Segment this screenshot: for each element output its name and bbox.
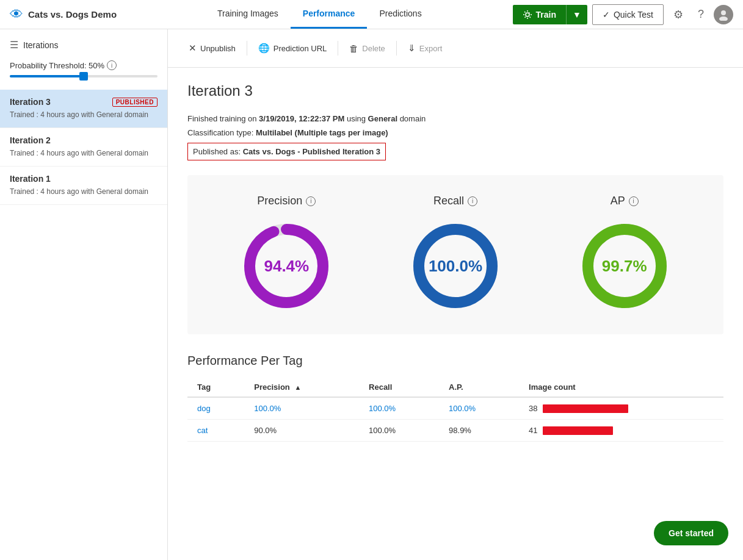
precision-value: 94.4% [264,257,309,276]
train-dropdown-arrow[interactable]: ▼ [566,5,587,24]
tag-dog: dog [187,397,244,420]
quick-test-button[interactable]: ✓ Quick Test [592,4,664,25]
count-cat-cell: 41 [529,426,714,435]
iteration-1-header: Iteration 1 [10,174,158,184]
probability-info-icon[interactable]: i [107,60,117,70]
close-icon: ✕ [189,43,197,54]
metric-precision: Precision i 94.4% [237,195,335,315]
svg-point-2 [719,16,728,21]
iteration-2-detail: Trained : 4 hours ago with General domai… [10,148,158,159]
get-started-button[interactable]: Get started [654,521,728,545]
table-row-dog: dog 100.0% 100.0% 100.0% 38 [187,397,723,420]
svg-point-1 [721,10,726,15]
tab-performance[interactable]: Performance [291,0,368,29]
performance-table: Tag Precision ▲ Recall A.P. Image count … [187,378,723,442]
settings-icon [523,10,532,20]
tag-dog-link[interactable]: dog [197,404,211,413]
probability-slider[interactable] [10,75,158,77]
sidebar: ☰ Iterations Probability Threshold: 50% … [0,29,168,560]
precision-info-icon[interactable]: i [306,196,316,206]
metric-ap: AP i 99.7% [576,195,673,315]
recall-info-icon[interactable]: i [468,196,477,206]
ap-value: 99.7% [602,257,647,276]
ap-info-icon[interactable]: i [629,196,639,206]
slider-fill [10,75,84,77]
tab-training-images[interactable]: Training Images [205,0,291,29]
published-info-text: Published as: Cats vs. Dogs - Published … [187,143,386,160]
app-header: 👁 Cats vs. Dogs Demo Training Images Per… [0,0,743,29]
main-layout: ☰ Iterations Probability Threshold: 50% … [0,29,743,560]
iteration-2-header: Iteration 2 [10,135,158,145]
iteration-1-detail: Trained : 4 hours ago with General domai… [10,186,158,197]
iteration-item-3[interactable]: Iteration 3 PUBLISHED Trained : 4 hours … [0,90,167,128]
avatar[interactable] [714,5,733,24]
recall-value: 100.0% [429,257,482,276]
iteration-2-name: Iteration 2 [10,135,51,145]
unpublish-button[interactable]: ✕ Unpublish [183,39,242,57]
tag-cat-link[interactable]: cat [197,426,208,435]
nav-tabs: Training Images Performance Predictions [136,0,503,29]
svg-point-0 [526,13,529,16]
slider-thumb[interactable] [79,72,88,81]
main-content: ✕ Unpublish 🌐 Prediction URL 🗑 Delete ⇓ … [168,29,743,560]
settings-button[interactable]: ⚙ [669,5,688,24]
published-badge: PUBLISHED [112,98,158,107]
precision-label: Precision i [257,195,316,207]
count-dog: 38 [519,397,723,420]
metrics-card: Precision i 94.4% Recall [187,175,723,334]
delete-button[interactable]: 🗑 Delete [343,40,391,57]
ap-donut: 99.7% [576,217,673,315]
recall-donut: 100.0% [407,217,504,315]
iteration-item-1[interactable]: Iteration 1 Trained : 4 hours ago with G… [0,167,167,205]
toolbar-divider-1 [247,41,247,56]
tab-predictions[interactable]: Predictions [367,0,433,29]
col-precision[interactable]: Precision ▲ [244,378,359,397]
train-label: Train [536,10,556,20]
train-button-main[interactable]: Train [513,5,566,24]
section-title-perf-per-tag: Performance Per Tag [187,354,723,368]
recall-cat: 100.0% [359,420,439,442]
iteration-1-name: Iteration 1 [10,174,51,184]
prediction-url-button[interactable]: 🌐 Prediction URL [252,39,333,57]
precision-donut: 94.4% [237,217,335,315]
ap-dog: 100.0% [439,397,519,420]
iteration-3-header: Iteration 3 PUBLISHED [10,97,158,107]
table-header-row: Tag Precision ▲ Recall A.P. Image count [187,378,723,397]
iteration-3-detail: Trained : 4 hours ago with General domai… [10,109,158,120]
iterations-icon: ☰ [10,39,18,51]
dog-bar [543,404,628,413]
iteration-item-2[interactable]: Iteration 2 Trained : 4 hours ago with G… [0,128,167,167]
meta-line-1: Finished training on 3/19/2019, 12:22:37… [187,112,723,126]
iteration-title: Iteration 3 [187,82,723,99]
probability-section: Probability Threshold: 50% i [0,56,167,90]
app-title: Cats vs. Dogs Demo [28,9,117,20]
ap-cat: 98.9% [439,420,519,442]
iterations-label: Iterations [23,40,59,50]
table-row-cat: cat 90.0% 100.0% 98.9% 41 [187,420,723,442]
toolbar: ✕ Unpublish 🌐 Prediction URL 🗑 Delete ⇓ … [168,29,743,68]
sidebar-header: ☰ Iterations [0,29,167,56]
recall-dog: 100.0% [359,397,439,420]
precision-dog: 100.0% [244,397,359,420]
col-recall: Recall [359,378,439,397]
meta-line-2: Classification type: Multilabel (Multipl… [187,126,723,140]
export-button[interactable]: ⇓ Export [402,39,449,57]
globe-icon: 🌐 [258,43,270,54]
col-tag: Tag [187,378,244,397]
precision-cat: 90.0% [244,420,359,442]
content-area: Iteration 3 Finished training on 3/19/20… [168,68,743,560]
sort-icon: ▲ [294,384,301,391]
col-ap: A.P. [439,378,519,397]
checkmark-icon: ✓ [603,10,610,20]
metric-recall: Recall i 100.0% [407,195,504,315]
quick-test-label: Quick Test [614,10,653,20]
export-icon: ⇓ [408,43,416,54]
train-button[interactable]: Train ▼ [513,5,587,24]
iteration-list: Iteration 3 PUBLISHED Trained : 4 hours … [0,90,167,560]
count-cat: 41 [519,420,723,442]
iteration-meta: Finished training on 3/19/2019, 12:22:37… [187,112,723,160]
toolbar-divider-2 [338,41,338,56]
help-button[interactable]: ? [693,5,709,23]
iteration-3-name: Iteration 3 [10,97,51,107]
slider-track [10,75,158,77]
